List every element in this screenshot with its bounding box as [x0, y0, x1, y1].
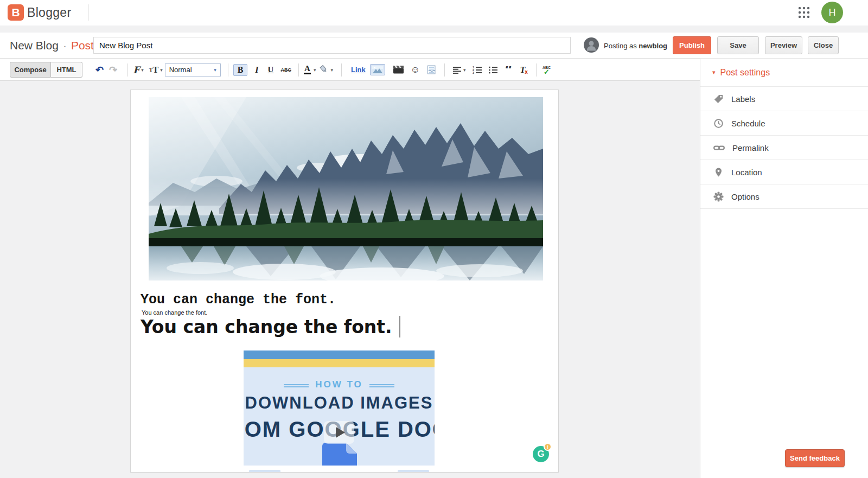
ordered-list-icon: 1 2 3 — [473, 66, 482, 74]
image-icon — [372, 66, 383, 74]
toolbar-divider — [228, 63, 228, 77]
publish-button[interactable]: Publish — [673, 36, 711, 54]
collapse-triangle-icon: ▾ — [712, 69, 716, 76]
author-avatar — [584, 37, 599, 54]
paragraph-format-select[interactable]: Normal ▾ — [165, 63, 221, 77]
page-break-icon — [427, 65, 436, 74]
remove-format-x: x — [525, 69, 528, 75]
bold-button[interactable]: B — [233, 64, 248, 76]
insert-image-button[interactable] — [370, 64, 385, 75]
underline-button[interactable]: U — [265, 64, 277, 75]
thumb-bar — [398, 470, 429, 473]
pin-icon — [713, 167, 724, 177]
posting-as: Posting as newblog — [584, 33, 667, 59]
format-value: Normal — [169, 66, 192, 74]
chevron-down-icon: ▾ — [330, 67, 333, 73]
font-family-button[interactable]: F ▾ — [133, 65, 144, 75]
compose-tab[interactable]: Compose — [10, 62, 51, 78]
brand-divider — [88, 4, 88, 21]
sidebar-item-schedule[interactable]: Schedule — [700, 111, 868, 136]
clock-icon — [713, 118, 724, 129]
breadcrumb-separator: · — [63, 39, 67, 52]
editor-mode-toggle: Compose HTML — [10, 62, 82, 78]
mountain-lake-photo[interactable] — [149, 97, 543, 281]
grammarly-button[interactable]: G ! — [533, 446, 549, 462]
font-icon: F — [133, 65, 139, 75]
breadcrumb: New Blog · Post — [10, 33, 94, 59]
editor-line-large[interactable]: You can change the font. — [141, 316, 400, 337]
brand-title: Blogger — [27, 0, 71, 26]
sidebar-item-options[interactable]: Options — [700, 184, 868, 209]
toolbar-divider — [536, 63, 537, 77]
toolbar-divider — [341, 63, 342, 77]
thumb-bar — [249, 470, 280, 473]
save-button[interactable]: Save — [717, 36, 759, 54]
toolbar-divider — [444, 63, 445, 77]
post-body-editor[interactable]: You can change the font. You can change … — [130, 90, 559, 473]
google-apps-grid-icon[interactable] — [798, 7, 810, 18]
remove-formatting-button[interactable]: T x — [520, 65, 528, 75]
preview-button[interactable]: Preview — [765, 36, 802, 54]
video-icon — [393, 66, 404, 74]
blog-name: New Blog — [10, 39, 59, 52]
grammarly-g-icon: G — [537, 449, 544, 460]
grammarly-alert-badge: ! — [544, 443, 552, 451]
text-color-button[interactable]: A ▾ — [304, 65, 316, 74]
play-icon — [336, 427, 345, 438]
svg-text:3: 3 — [473, 71, 474, 74]
sidebar-item-permalink[interactable]: Permalink — [700, 136, 868, 160]
bullet-list-button[interactable] — [489, 66, 498, 74]
close-button[interactable]: Close — [808, 36, 839, 54]
font-size-icon: T — [149, 67, 153, 73]
sidebar-item-labels[interactable]: Labels — [700, 87, 868, 111]
alignment-button[interactable]: ▾ — [453, 66, 466, 74]
tag-icon — [713, 94, 724, 104]
post-title-input[interactable] — [93, 37, 571, 54]
text-cursor — [399, 316, 400, 337]
blockquote-button[interactable]: “ — [505, 66, 513, 74]
insert-emoji-button[interactable]: ☺ — [411, 65, 420, 75]
sidebar-item-label: Permalink — [732, 143, 769, 152]
highlight-color-button[interactable]: ▾ — [319, 65, 333, 74]
italic-icon: I — [255, 65, 258, 75]
chevron-down-icon: ▾ — [214, 67, 216, 73]
blog-handle: newblog — [639, 42, 667, 50]
html-tab[interactable]: HTML — [51, 62, 82, 78]
video-thumbnail[interactable]: HOW TO DOWNLOAD IMAGES FROM GOOGLE DOCS — [244, 350, 435, 473]
play-button[interactable] — [324, 421, 354, 444]
top-google-bar: B Blogger H — [0, 0, 868, 26]
strikethrough-button[interactable]: ABC — [280, 67, 291, 73]
editor-line-monospace[interactable]: You can change the font. — [141, 292, 336, 308]
thumb-blue-stripe — [244, 350, 435, 359]
font-size-button[interactable]: T T ▾ — [149, 65, 163, 75]
thumb-title-line1: DOWNLOAD IMAGES — [245, 393, 433, 413]
post-settings-title: Post settings — [720, 68, 770, 78]
text-color-icon: A — [304, 65, 311, 74]
post-settings-sidebar: ▾ Post settings Labels Schedule — [700, 59, 868, 478]
post-settings-header[interactable]: ▾ Post settings — [700, 59, 868, 87]
account-avatar[interactable]: H — [821, 2, 843, 23]
chevron-down-icon: ▾ — [463, 67, 466, 73]
posting-as-prefix: Posting as — [604, 42, 637, 50]
send-feedback-button[interactable]: Send feedback — [785, 449, 845, 467]
bold-icon: B — [238, 65, 244, 75]
thumb-yellow-stripe — [244, 359, 435, 367]
sidebar-item-label: Location — [731, 168, 762, 177]
undo-button[interactable]: ↶ — [95, 64, 104, 76]
unordered-list-icon — [489, 66, 498, 74]
blogger-logo-icon[interactable]: B — [8, 4, 24, 21]
insert-video-button[interactable] — [393, 66, 404, 74]
kicker-rule — [284, 384, 309, 385]
highlighter-icon — [319, 65, 329, 74]
spellcheck-button[interactable]: ABC ✓ — [542, 66, 551, 74]
insert-link-button[interactable]: Link — [351, 66, 366, 74]
redo-button[interactable]: ↷ — [109, 64, 117, 76]
thumb-title-line1-wrap: DOWNLOAD IMAGES — [244, 390, 435, 413]
insert-jump-break-button[interactable] — [427, 65, 436, 74]
editor-line-small[interactable]: You can change the font. — [142, 309, 207, 316]
italic-button[interactable]: I — [252, 64, 261, 76]
sidebar-item-location[interactable]: Location — [700, 160, 868, 184]
post-type-label: Post — [71, 39, 94, 52]
chevron-down-icon: ▾ — [314, 67, 316, 73]
numbered-list-button[interactable]: 1 2 3 — [473, 66, 482, 74]
